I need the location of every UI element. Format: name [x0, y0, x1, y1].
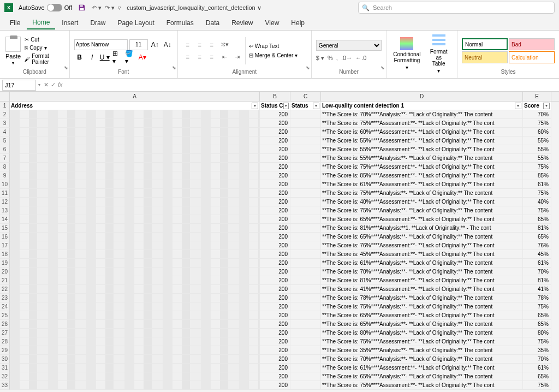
increase-decimal-icon[interactable]: .0→	[341, 55, 352, 62]
row-header[interactable]: 13	[0, 206, 10, 215]
cell-detection[interactable]: **The Score is: 75%****Analysis:**- **La…	[321, 189, 523, 198]
dialog-launcher-icon[interactable]: ⬊	[172, 65, 176, 70]
cell-status[interactable]	[290, 241, 321, 250]
cell-status-code[interactable]: 200	[260, 233, 290, 241]
cell-status[interactable]	[290, 329, 321, 337]
cell-status-code[interactable]: 200	[260, 381, 290, 390]
row-header[interactable]: 18	[0, 250, 10, 259]
cell-status[interactable]	[290, 320, 321, 329]
cell-status-code[interactable]: 200	[260, 145, 290, 154]
row-header[interactable]: 20	[0, 268, 10, 276]
cell-score[interactable]: 75%	[523, 189, 551, 198]
cell-score[interactable]: 70%	[523, 268, 551, 276]
cell-score[interactable]: 55%	[523, 145, 551, 154]
cell-status-code[interactable]: 200	[260, 171, 290, 180]
bold-button[interactable]: B	[74, 52, 85, 63]
cell-detection[interactable]: **The Score is: 55%****Assessment:**- **…	[321, 145, 523, 154]
filter-icon[interactable]: ▼	[515, 103, 521, 109]
cell-score[interactable]: 61%	[523, 180, 551, 189]
cell-address[interactable]	[10, 355, 260, 364]
cell-status[interactable]	[290, 346, 321, 355]
fill-color-button[interactable]: 🪣▾	[124, 52, 135, 63]
decrease-decimal-icon[interactable]: ←.0	[355, 55, 366, 62]
cell-status-code[interactable]: 200	[260, 329, 290, 337]
cell-address[interactable]	[10, 180, 260, 189]
cell-detection[interactable]: **The Score is: 75%****Analysis:**- **La…	[321, 206, 523, 215]
cell-score[interactable]: 55%	[523, 136, 551, 145]
cell-status[interactable]	[290, 198, 321, 206]
cell-status-code[interactable]: 200	[260, 180, 290, 189]
cell-detection[interactable]: **The Score is: 81%****Assessment:**- **…	[321, 276, 523, 285]
cell-address[interactable]	[10, 294, 260, 302]
filter-icon[interactable]: ▼	[283, 103, 289, 109]
align-bottom-icon[interactable]: ≡	[206, 39, 217, 50]
cell-score[interactable]: 81%	[523, 276, 551, 285]
cell-address[interactable]	[10, 119, 260, 128]
cell-address[interactable]	[10, 136, 260, 145]
style-calculation[interactable]: Calculation	[509, 51, 555, 63]
row-header[interactable]: 9	[0, 171, 10, 180]
cell-address[interactable]	[10, 241, 260, 250]
cell-detection[interactable]: **The Score is: 45%****Assessment:**- **…	[321, 250, 523, 259]
enter-icon[interactable]: ✓	[51, 81, 56, 88]
cell-score[interactable]: 75%	[523, 337, 551, 346]
cell-detection[interactable]: **The Score is: 75%****Assessment:**- **…	[321, 337, 523, 346]
cell-status[interactable]	[290, 128, 321, 136]
cell-detection[interactable]: **The Score is: 75%****Assessment:**- **…	[321, 163, 523, 171]
wrap-text-button[interactable]: ↩Wrap Text	[248, 42, 299, 50]
cell-status-code[interactable]: 200	[260, 189, 290, 198]
cell-address[interactable]	[10, 276, 260, 285]
col-header-D[interactable]: D	[321, 92, 523, 101]
filename[interactable]: custom_javascript_lowquality_content_det…	[127, 4, 261, 11]
align-right-icon[interactable]: ≡	[206, 51, 217, 62]
qa-dropdown-icon[interactable]: ▿	[118, 4, 121, 11]
merge-center-button[interactable]: ⊟Merge & Center ▾	[248, 51, 299, 60]
formula-input[interactable]	[66, 80, 559, 91]
cell-score[interactable]: 40%	[523, 198, 551, 206]
cell-score[interactable]: 65%	[523, 233, 551, 241]
cell-status[interactable]	[290, 233, 321, 241]
col-header-A[interactable]: A	[10, 92, 260, 101]
cut-button[interactable]: ✂Cut	[24, 36, 65, 43]
row-header[interactable]: 2	[0, 110, 10, 119]
row-header[interactable]: 10	[0, 180, 10, 189]
row-header[interactable]: 21	[0, 276, 10, 285]
cell-status[interactable]	[290, 259, 321, 268]
header-cell-A[interactable]: Address▼	[10, 102, 260, 110]
cell-score[interactable]: 76%	[523, 241, 551, 250]
cell-address[interactable]	[10, 145, 260, 154]
cell-address[interactable]	[10, 337, 260, 346]
cell-status-code[interactable]: 200	[260, 372, 290, 381]
row-header[interactable]: 28	[0, 337, 10, 346]
row-header[interactable]: 1	[0, 102, 10, 110]
cell-address[interactable]	[10, 346, 260, 355]
cell-detection[interactable]: **The Score is: 81%****Analysis:**1. **L…	[321, 224, 523, 233]
tab-data[interactable]: Data	[200, 17, 225, 29]
cell-address[interactable]	[10, 233, 260, 241]
cell-score[interactable]: 81%	[523, 224, 551, 233]
underline-button[interactable]: U ▾	[99, 52, 110, 63]
row-header[interactable]: 24	[0, 302, 10, 311]
cell-address[interactable]	[10, 215, 260, 224]
align-top-icon[interactable]: ≡	[182, 39, 193, 50]
style-normal[interactable]: Normal	[462, 38, 508, 50]
increase-font-icon[interactable]: A↑	[150, 39, 160, 50]
cell-address[interactable]	[10, 171, 260, 180]
col-header-C[interactable]: C	[290, 92, 321, 101]
cell-status-code[interactable]: 200	[260, 136, 290, 145]
row-header[interactable]: 26	[0, 320, 10, 329]
cell-status-code[interactable]: 200	[260, 259, 290, 268]
cell-score[interactable]: 75%	[523, 381, 551, 390]
undo-icon[interactable]: ↶ ▾	[92, 4, 102, 11]
cell-detection[interactable]: **The Score is: 65%****Analysis:**- **La…	[321, 233, 523, 241]
style-neutral[interactable]: Neutral	[462, 51, 508, 63]
cell-status[interactable]	[290, 302, 321, 311]
cell-detection[interactable]: **The Score is: 40%****Assessment:**- **…	[321, 198, 523, 206]
cell-status[interactable]	[290, 294, 321, 302]
cell-status-code[interactable]: 200	[260, 241, 290, 250]
cell-status[interactable]	[290, 268, 321, 276]
header-cell-D[interactable]: Low-quality content detection 1▼	[321, 102, 523, 110]
sheet-grid[interactable]: ABCDE 1Address▼Status C▼Status▼Low-quali…	[0, 92, 559, 390]
cell-detection[interactable]: **The Score is: 61%****Assessment:**- **…	[321, 180, 523, 189]
cell-status-code[interactable]: 200	[260, 355, 290, 364]
